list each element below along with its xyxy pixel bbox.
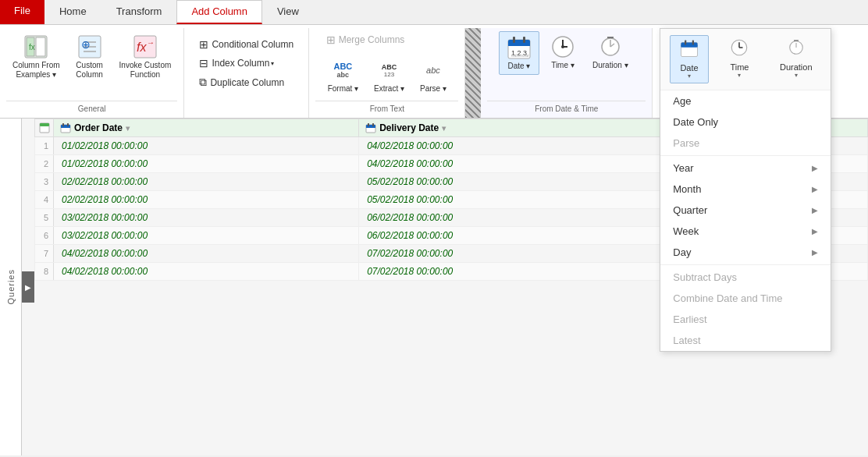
delivery-date-cell: 05/02/2018 00:00:00: [359, 173, 664, 191]
parse-icon: abc: [421, 58, 446, 83]
dropdown-date-button[interactable]: Date ▾: [670, 35, 709, 83]
delivery-date-cell: 07/02/2018 00:00:00: [359, 263, 664, 281]
conditional-column-button[interactable]: ⊞ Conditional Column: [194, 36, 298, 53]
svg-rect-28: [685, 41, 686, 45]
svg-rect-42: [67, 123, 69, 126]
dropdown-duration-icon: [787, 38, 806, 61]
month-submenu-arrow: ▶: [812, 185, 818, 193]
tab-file[interactable]: File: [0, 0, 44, 24]
svg-rect-15: [513, 37, 515, 43]
tab-home[interactable]: Home: [44, 0, 101, 24]
column-examples-icon: fx: [23, 34, 48, 59]
dropdown-duration-arrow: ▾: [795, 72, 798, 79]
row-number: 2: [35, 155, 54, 173]
order-date-cell: 03/02/2018 00:00:00: [54, 209, 359, 227]
order-date-header[interactable]: Order Date ▾: [54, 119, 359, 137]
tab-add-column[interactable]: Add Column: [176, 0, 262, 24]
date-button[interactable]: 1 2 3 calendar Date ▾: [499, 31, 539, 75]
quarter-submenu-arrow: ▶: [812, 206, 818, 214]
row-num-header: [35, 119, 54, 137]
week-submenu-arrow: ▶: [812, 227, 818, 236]
row-number: 6: [35, 227, 54, 245]
delivery-date-sort[interactable]: ▾: [442, 124, 446, 133]
row-number: 1: [35, 137, 54, 155]
delivery-date-header[interactable]: Delivery Date ▾: [359, 119, 664, 137]
duplicate-col-icon: ⧉: [199, 76, 207, 89]
date-time-label: From Date & Time: [487, 101, 646, 115]
index-col-arrow: ▾: [271, 60, 274, 67]
extract-button[interactable]: ABC 123 Extract ▾: [368, 55, 411, 97]
tab-bar: File Home Transform Add Column View: [0, 0, 868, 25]
expand-button[interactable]: ▶: [22, 271, 34, 303]
svg-rect-16: [523, 37, 525, 43]
dropdown-time-label: Time: [730, 62, 749, 72]
merge-columns-label: Merge Columns: [339, 34, 405, 45]
row-number: 4: [35, 191, 54, 209]
ribbon-group-small: ⊞ Conditional Column ⊟ Index Column ▾ ⧉ …: [184, 28, 309, 118]
general-items: fx Column FromExamples ▾ ⊕ CustomColumn: [6, 31, 177, 101]
delivery-date-cell: 06/02/2018 00:00:00: [359, 227, 664, 245]
ribbon: fx Column FromExamples ▾ ⊕ CustomColumn: [0, 25, 868, 119]
svg-rect-47: [372, 123, 374, 126]
menu-day[interactable]: Day ▶: [660, 242, 831, 263]
invoke-function-icon: fx →: [133, 34, 158, 59]
order-date-sort[interactable]: ▾: [126, 124, 130, 133]
svg-text:fx: fx: [29, 43, 35, 51]
menu-age[interactable]: Age: [660, 90, 831, 112]
dropdown-duration-button[interactable]: Duration ▾: [770, 35, 822, 83]
invoke-custom-function-button[interactable]: fx → Invoke CustomFunction: [113, 31, 178, 83]
custom-column-label: CustomColumn: [76, 61, 102, 80]
delivery-date-cell: 05/02/2018 00:00:00: [359, 191, 664, 209]
from-text-buttons: ABC abc Format ▾ ABC 123 Extract ▾: [322, 55, 453, 97]
ribbon-group-general: fx Column FromExamples ▾ ⊕ CustomColumn: [0, 28, 184, 118]
queries-sidebar: Queries: [0, 119, 22, 455]
menu-date-only[interactable]: Date Only: [660, 112, 831, 133]
svg-rect-41: [62, 123, 64, 126]
order-date-cell: 04/02/2018 00:00:00: [54, 245, 359, 263]
column-from-examples-button[interactable]: fx Column FromExamples ▾: [6, 31, 66, 83]
index-col-icon: ⊟: [199, 57, 208, 69]
index-column-label: Index Column: [212, 58, 269, 69]
general-label: General: [6, 101, 177, 115]
menu-week[interactable]: Week ▶: [660, 221, 831, 242]
menu-month[interactable]: Month ▶: [660, 179, 831, 200]
menu-combine-date-time: Combine Date and Time: [660, 288, 831, 309]
menu-divider-2: [660, 264, 831, 265]
menu-parse: Parse: [660, 133, 831, 154]
extract-label: Extract ▾: [374, 84, 404, 94]
custom-column-button[interactable]: ⊕ CustomColumn: [69, 31, 110, 83]
svg-rect-14: [508, 43, 530, 46]
svg-text:fx: fx: [137, 41, 147, 54]
svg-rect-37: [40, 123, 49, 126]
svg-rect-2: [36, 37, 45, 56]
from-text-items: ⊞ Merge Columns ABC abc Format ▾: [322, 31, 453, 101]
menu-year[interactable]: Year ▶: [660, 158, 831, 179]
time-label: Time ▾: [551, 61, 575, 70]
menu-earliest: Earliest: [660, 309, 831, 330]
delivery-date-label: Delivery Date: [379, 122, 439, 133]
time-icon: [550, 34, 575, 59]
parse-button[interactable]: abc Parse ▾: [414, 55, 453, 97]
format-label: Format ▾: [328, 84, 358, 94]
index-column-button[interactable]: ⊟ Index Column ▾: [194, 55, 279, 72]
dropdown-time-button[interactable]: Time ▾: [720, 35, 758, 83]
svg-rect-27: [681, 45, 698, 48]
conditional-column-label: Conditional Column: [212, 39, 293, 50]
from-text-label: From Text: [315, 101, 458, 115]
ribbon-group-from-text: ⊞ Merge Columns ABC abc Format ▾: [309, 28, 465, 118]
menu-quarter[interactable]: Quarter ▶: [660, 200, 831, 221]
duration-button[interactable]: Duration ▾: [586, 31, 635, 73]
date-label: Date ▾: [508, 62, 531, 71]
dropdown-date-icon: [680, 39, 699, 62]
order-date-cell: 02/02/2018 00:00:00: [54, 173, 359, 191]
duration-label: Duration ▾: [592, 61, 628, 70]
tab-view[interactable]: View: [262, 0, 314, 24]
tab-transform[interactable]: Transform: [101, 0, 177, 24]
svg-text:calendar: calendar: [511, 53, 529, 58]
duplicate-column-button[interactable]: ⧉ Duplicate Column: [194, 73, 289, 91]
time-button[interactable]: Time ▾: [542, 31, 583, 73]
menu-latest: Latest: [660, 330, 831, 351]
ribbon-group-date-time: 1 2 3 calendar Date ▾ Time ▾: [481, 28, 653, 118]
merge-columns-button[interactable]: ⊞ Merge Columns: [322, 31, 410, 48]
format-button[interactable]: ABC abc Format ▾: [322, 55, 365, 97]
